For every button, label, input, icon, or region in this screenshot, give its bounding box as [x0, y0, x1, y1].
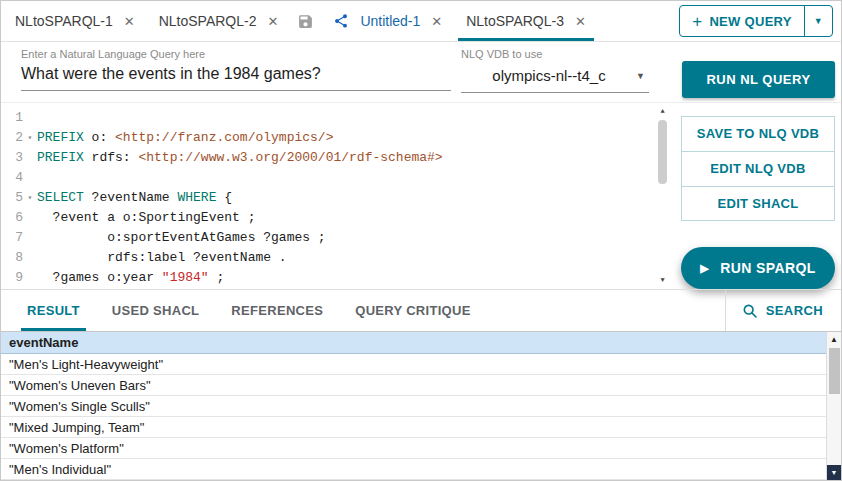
- tab-used-shacl[interactable]: USED SHACL: [96, 290, 216, 331]
- nl-query-label: Enter a Natural Language Query here: [21, 43, 451, 60]
- result-tab-bar: RESULT USED SHACL REFERENCES QUERY CRITI…: [1, 289, 841, 332]
- fold-gutter-spacer: [23, 148, 37, 168]
- table-row[interactable]: "Men's Light-Heavyweight": [1, 354, 841, 375]
- code-line: 7 o:sportEventAtGames ?games ;: [1, 228, 671, 248]
- line-number: 8: [1, 248, 23, 268]
- tab-nltosparql-1[interactable]: NLtoSPARQL-1 ✕: [3, 1, 147, 41]
- table-row[interactable]: "Mixed Jumping, Team": [1, 417, 841, 438]
- code-line: 5▾SELECT ?eventName WHERE {: [1, 188, 671, 208]
- scroll-down-button[interactable]: ▼: [827, 465, 841, 480]
- code-text: ?event a o:SportingEvent ;: [37, 208, 255, 228]
- new-query-main[interactable]: + NEW QUERY: [680, 6, 804, 36]
- code-text: rdfs:label ?eventName .: [37, 248, 287, 268]
- fold-gutter-spacer: [23, 268, 37, 288]
- play-icon: ▶: [700, 263, 709, 274]
- close-tab-icon[interactable]: ✕: [267, 15, 278, 28]
- code-text: PREFIX rdfs: <http://www.w3.org/2000/01/…: [37, 148, 443, 168]
- editor-scrollbar-thumb[interactable]: [658, 120, 667, 184]
- new-query-button[interactable]: + NEW QUERY ▼: [679, 5, 833, 37]
- nl-query-row: Enter a Natural Language Query here NLQ …: [1, 42, 841, 102]
- table-row[interactable]: "Men's Individual": [1, 459, 841, 480]
- line-number: 9: [1, 268, 23, 288]
- line-number: 4: [1, 168, 23, 188]
- tab-references[interactable]: REFERENCES: [215, 290, 339, 331]
- code-line: 1: [1, 108, 671, 128]
- close-tab-icon[interactable]: ✕: [575, 15, 586, 28]
- vdb-label: NLQ VDB to use: [461, 43, 649, 60]
- line-number: 3: [1, 148, 23, 168]
- sparql-editor[interactable]: 12▾PREFIX o: <http://franz.com/olympics/…: [1, 103, 671, 289]
- tab-label: NLtoSPARQL-2: [159, 13, 257, 29]
- nl-query-field: Enter a Natural Language Query here: [21, 43, 451, 91]
- search-button[interactable]: SEARCH: [725, 290, 841, 331]
- code-text: o:sportEventAtGames ?games ;: [37, 228, 326, 248]
- line-number: 1: [1, 108, 23, 128]
- nl-query-input[interactable]: [21, 60, 451, 91]
- fold-gutter-spacer: [23, 228, 37, 248]
- fold-gutter-spacer: [23, 168, 37, 188]
- tab-nltosparql-3[interactable]: NLtoSPARQL-3 ✕: [454, 1, 598, 41]
- table-row[interactable]: "Women's Uneven Bars": [1, 375, 841, 396]
- code-line: 4: [1, 168, 671, 188]
- results-column-header: eventName: [1, 332, 841, 354]
- new-query-dropdown-caret-icon[interactable]: ▼: [804, 6, 832, 36]
- scroll-up-icon[interactable]: ▲: [830, 332, 838, 346]
- scroll-down-icon[interactable]: ▼: [660, 275, 664, 286]
- fold-gutter-spacer: [23, 108, 37, 128]
- line-number: 7: [1, 228, 23, 248]
- tab-query-critique[interactable]: QUERY CRITIQUE: [339, 290, 486, 331]
- vdb-field: NLQ VDB to use olympics-nl--t4_c ▼: [461, 43, 649, 93]
- fold-chevron-icon[interactable]: ▾: [23, 128, 37, 148]
- code-line: 3PREFIX rdfs: <http://www.w3.org/2000/01…: [1, 148, 671, 168]
- run-sparql-label: RUN SPARQL: [720, 260, 816, 276]
- results-panel: eventName "Men's Light-Heavyweight""Wome…: [1, 332, 841, 480]
- code-line: 2▾PREFIX o: <http://franz.com/olympics/>: [1, 128, 671, 148]
- tab-result[interactable]: RESULT: [11, 290, 96, 331]
- line-number: 5: [1, 188, 23, 208]
- code-text: ?games o:year "1984" ;: [37, 268, 224, 288]
- fold-chevron-icon[interactable]: ▾: [23, 188, 37, 208]
- tab-label: Untitled-1: [360, 13, 420, 29]
- fold-gutter-spacer: [23, 248, 37, 268]
- save-icon[interactable]: [290, 13, 321, 30]
- scroll-down-icon: ▼: [831, 469, 838, 476]
- close-tab-icon[interactable]: ✕: [431, 15, 442, 28]
- run-sparql-button[interactable]: ▶ RUN SPARQL: [681, 247, 835, 289]
- tab-untitled-1[interactable]: Untitled-1 ✕: [321, 1, 454, 41]
- search-label: SEARCH: [766, 303, 823, 318]
- results-table-body: "Men's Light-Heavyweight""Women's Uneven…: [1, 354, 841, 480]
- code-line: 9 ?games o:year "1984" ;: [1, 268, 671, 288]
- editor-scrollbar[interactable]: ▲ ▼: [656, 106, 669, 286]
- results-scrollbar[interactable]: ▲ ▼: [826, 332, 841, 480]
- edit-nlq-vdb-button[interactable]: EDIT NLQ VDB: [681, 151, 835, 187]
- action-sidebar: SAVE TO NLQ VDB EDIT NLQ VDB EDIT SHACL …: [671, 103, 841, 289]
- vdb-select[interactable]: olympics-nl--t4_c ▼: [461, 60, 649, 93]
- vdb-selected-value: olympics-nl--t4_c: [492, 67, 605, 84]
- code-line: 6 ?event a o:SportingEvent ;: [1, 208, 671, 228]
- code-text: PREFIX o: <http://franz.com/olympics/>: [37, 128, 333, 148]
- line-number: 2: [1, 128, 23, 148]
- save-to-nlq-vdb-button[interactable]: SAVE TO NLQ VDB: [681, 116, 835, 152]
- tab-nltosparql-2[interactable]: NLtoSPARQL-2 ✕: [147, 1, 291, 41]
- search-icon: [742, 303, 758, 319]
- query-tab-bar: NLtoSPARQL-1 ✕ NLtoSPARQL-2 ✕ Untitled-1…: [1, 1, 841, 42]
- graph-icon: [333, 13, 349, 29]
- nltosparql-app: NLtoSPARQL-1 ✕ NLtoSPARQL-2 ✕ Untitled-1…: [0, 0, 842, 481]
- table-row[interactable]: "Women's Single Sculls": [1, 396, 841, 417]
- edit-shacl-button[interactable]: EDIT SHACL: [681, 186, 835, 222]
- scroll-up-icon[interactable]: ▲: [660, 106, 664, 117]
- tab-label: NLtoSPARQL-3: [466, 13, 564, 29]
- new-query-label: NEW QUERY: [709, 14, 791, 29]
- line-number: 6: [1, 208, 23, 228]
- results-scrollbar-thumb[interactable]: [829, 348, 840, 394]
- fold-gutter-spacer: [23, 208, 37, 228]
- close-tab-icon[interactable]: ✕: [124, 15, 135, 28]
- plus-icon: +: [692, 13, 702, 30]
- editor-lines: 12▾PREFIX o: <http://franz.com/olympics/…: [1, 108, 671, 288]
- editor-section: 12▾PREFIX o: <http://franz.com/olympics/…: [1, 102, 841, 289]
- table-row[interactable]: "Women's Platform": [1, 438, 841, 459]
- code-text: SELECT ?eventName WHERE {: [37, 188, 232, 208]
- run-nl-query-button[interactable]: RUN NL QUERY: [682, 61, 835, 98]
- tab-label: NLtoSPARQL-1: [15, 13, 113, 29]
- code-line: 8 rdfs:label ?eventName .: [1, 248, 671, 268]
